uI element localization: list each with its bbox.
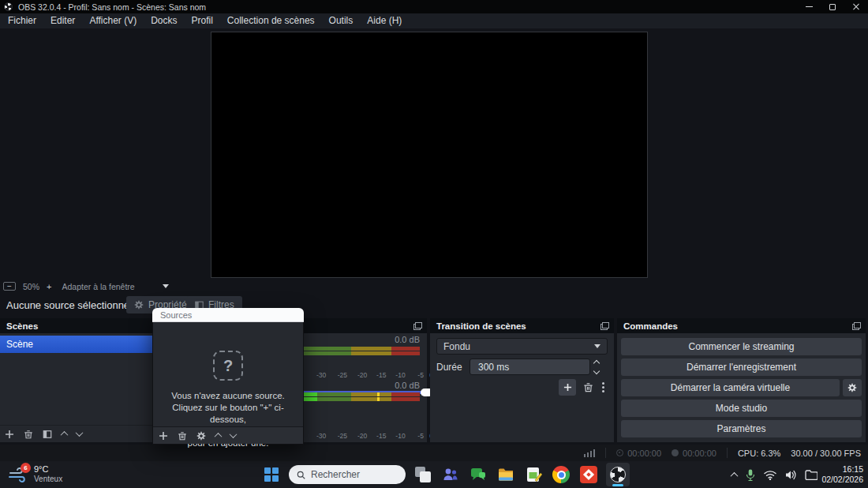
move-scene-up-button[interactable]	[61, 431, 69, 439]
scenes-panel: Scènes Scène	[0, 318, 152, 442]
question-mark-icon: ?	[213, 351, 243, 381]
spin-up-icon[interactable]	[593, 359, 600, 366]
menu-docks[interactable]: Docks	[144, 13, 184, 28]
record-timer: 00:00:00	[672, 449, 716, 458]
minimize-icon	[806, 6, 813, 7]
add-transition-button[interactable]	[559, 379, 576, 396]
chrome-icon[interactable]	[551, 464, 571, 485]
zoom-in-button[interactable]: +	[47, 282, 51, 291]
meter-peak-tick	[377, 397, 380, 401]
weather-widget[interactable]: 6 9°C Venteux	[8, 464, 62, 484]
studio-mode-button[interactable]: Mode studio	[621, 400, 862, 417]
status-bar: 00:00:00 00:00:00 CPU: 6.3% 30.00 / 30.0…	[0, 445, 868, 461]
system-tray	[731, 461, 817, 488]
scenes-panel-title: Scènes	[0, 318, 152, 333]
chevron-down-icon[interactable]	[163, 284, 169, 288]
microphone-icon[interactable]	[746, 469, 755, 481]
stream-timer: 00:00:00	[616, 449, 661, 458]
weather-condition: Venteux	[34, 475, 62, 484]
sources-floating-dock: Sources ? Vous n'avez aucune source. Cli…	[152, 308, 304, 445]
tray-chevron-up-icon[interactable]	[731, 471, 739, 479]
start-streaming-button[interactable]: Commencer le streaming	[621, 338, 862, 355]
plus-icon	[563, 383, 572, 392]
menu-outils[interactable]: Outils	[322, 13, 361, 28]
no-source-selected-label: Aucune source sélectionné	[6, 299, 129, 311]
maximize-button[interactable]	[821, 0, 844, 13]
remove-source-button[interactable]	[178, 431, 187, 441]
close-button[interactable]	[844, 0, 868, 13]
dock-float-icon[interactable]	[600, 322, 609, 330]
maximize-icon	[829, 4, 836, 10]
transition-more-button[interactable]	[600, 381, 606, 394]
taskbar-search[interactable]	[289, 465, 406, 484]
close-icon	[852, 3, 860, 11]
spin-down-icon[interactable]	[593, 367, 600, 374]
scene-list-item-selected[interactable]: Scène	[0, 336, 152, 353]
settings-button[interactable]: Paramètres	[621, 420, 862, 437]
gear-icon	[847, 383, 857, 392]
duration-input[interactable]	[470, 358, 590, 375]
wind-weather-icon: 6	[8, 465, 28, 484]
separator	[727, 448, 728, 458]
obs-logo-icon	[610, 467, 626, 482]
scenes-title-label: Scènes	[6, 321, 38, 331]
search-input[interactable]	[311, 469, 398, 480]
start-recording-button[interactable]: Démarrer l'enregistrement	[621, 358, 862, 376]
duration-spinner[interactable]	[594, 361, 599, 374]
start-button[interactable]	[261, 464, 282, 485]
fit-to-window-label[interactable]: Adapter à la fenêtre	[62, 282, 134, 291]
menu-afficher[interactable]: Afficher (V)	[82, 13, 144, 28]
file-explorer-icon[interactable]	[496, 464, 516, 485]
menu-aide[interactable]: Aide (H)	[360, 13, 409, 28]
menu-editer[interactable]: Editer	[43, 13, 82, 28]
network-signal-icon	[584, 449, 596, 457]
remove-transition-button[interactable]	[583, 382, 593, 392]
virtual-camera-settings-button[interactable]	[843, 379, 862, 396]
taskbar-clock[interactable]: 16:15 02/02/2026	[821, 464, 863, 485]
add-source-button[interactable]	[159, 431, 168, 441]
active-app-indicator	[612, 484, 623, 486]
minimize-button[interactable]	[797, 0, 821, 13]
teams-icon[interactable]	[440, 464, 461, 485]
folder-tray-icon[interactable]	[805, 470, 817, 480]
scene-transitions-panel: Transition de scènes Fondu Durée	[430, 318, 614, 442]
search-icon	[297, 470, 305, 480]
chat-icon[interactable]	[468, 464, 488, 485]
record-status-icon	[672, 449, 679, 456]
menu-profil[interactable]: Profil	[185, 13, 220, 28]
task-view-icon[interactable]	[413, 464, 433, 485]
source-properties-button[interactable]	[196, 431, 206, 441]
notification-badge: 6	[21, 463, 31, 473]
start-virtual-camera-button[interactable]: Démarrer la caméra virtuelle	[621, 379, 840, 396]
sources-title-label: Sources	[160, 310, 192, 320]
clock-date: 02/02/2026	[821, 475, 863, 485]
wifi-icon[interactable]	[764, 470, 776, 480]
scene-name: Scène	[6, 339, 33, 350]
separator	[605, 448, 606, 458]
move-scene-down-button[interactable]	[76, 429, 84, 437]
red-arrows-app-icon[interactable]	[578, 464, 599, 485]
remove-scene-button[interactable]	[24, 430, 33, 439]
speaker-icon[interactable]	[785, 470, 796, 480]
obs-taskbar-icon-active[interactable]	[606, 463, 630, 486]
sources-window-titlebar[interactable]: Sources	[152, 308, 304, 322]
zoom-out-button[interactable]: −	[3, 282, 16, 291]
duration-label: Durée	[436, 362, 470, 373]
add-scene-button[interactable]	[5, 430, 14, 439]
transitions-title-label: Transition de scènes	[436, 321, 526, 331]
menu-bar: Fichier Editer Afficher (V) Docks Profil…	[0, 13, 868, 28]
scene-filters-button[interactable]	[43, 430, 52, 439]
windows-taskbar: 6 9°C Venteux	[0, 461, 868, 488]
move-source-up-button[interactable]	[215, 433, 223, 441]
meter-peak-tick	[377, 392, 380, 396]
menu-collection-scenes[interactable]: Collection de scènes	[220, 13, 322, 28]
dock-float-icon[interactable]	[852, 322, 861, 330]
sources-toolbar	[153, 426, 303, 444]
move-source-down-button[interactable]	[230, 430, 238, 438]
chevron-down-icon	[594, 344, 600, 348]
document-editor-icon[interactable]	[523, 464, 544, 485]
fps-indicator: 30.00 / 30.00 FPS	[791, 449, 861, 458]
transition-select[interactable]: Fondu	[436, 338, 608, 355]
dock-float-icon[interactable]	[413, 322, 422, 330]
menu-fichier[interactable]: Fichier	[1, 13, 43, 28]
